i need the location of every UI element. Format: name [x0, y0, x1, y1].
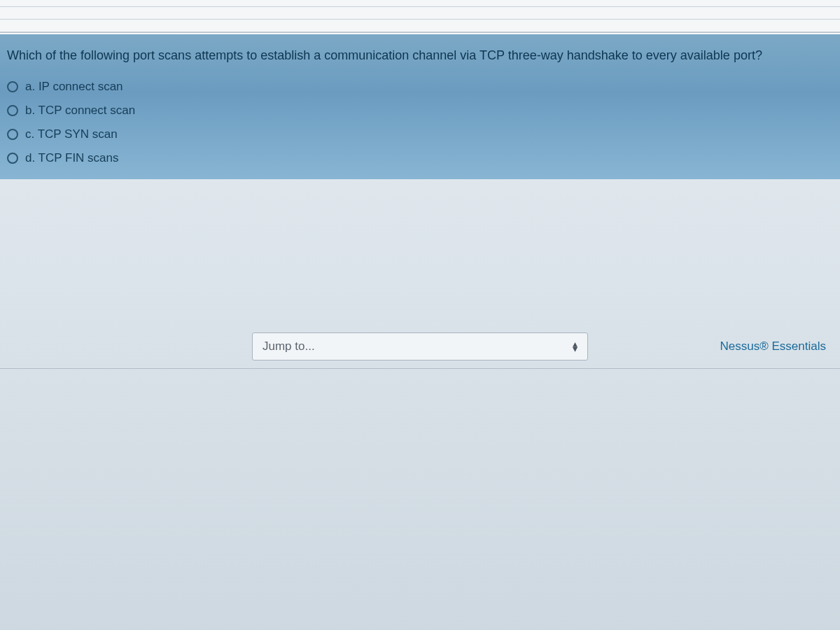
option-b[interactable]: b. TCP connect scan: [7, 104, 833, 118]
option-d[interactable]: d. TCP FIN scans: [7, 151, 833, 165]
radio-icon: [7, 129, 18, 140]
question-panel: Which of the following port scans attemp…: [0, 33, 840, 179]
option-a-label: a. IP connect scan: [25, 80, 123, 94]
radio-icon: [7, 153, 18, 164]
option-b-label: b. TCP connect scan: [25, 104, 135, 118]
divider-line: [0, 368, 840, 369]
question-text: Which of the following port scans attemp…: [7, 47, 833, 64]
nav-row: Jump to... ▴▾ Nessus® Essentials: [0, 330, 840, 363]
options-group: a. IP connect scan b. TCP connect scan c…: [7, 80, 833, 165]
bottom-area: Jump to... ▴▾ Nessus® Essentials: [0, 179, 840, 630]
option-a[interactable]: a. IP connect scan: [7, 80, 833, 94]
nessus-essentials-link[interactable]: Nessus® Essentials: [720, 340, 826, 354]
jump-to-text: Jump to...: [262, 340, 315, 354]
top-bars: [0, 0, 840, 33]
option-c-label: c. TCP SYN scan: [25, 127, 118, 141]
radio-icon: [7, 105, 18, 116]
radio-icon: [7, 81, 18, 92]
jump-to-select[interactable]: Jump to... ▴▾: [252, 332, 588, 360]
option-c[interactable]: c. TCP SYN scan: [7, 127, 833, 141]
top-bar-3: [0, 20, 840, 32]
top-bar-2: [0, 7, 840, 20]
top-bar-1: [0, 0, 840, 7]
select-arrows-icon: ▴▾: [573, 342, 578, 351]
option-d-label: d. TCP FIN scans: [25, 151, 119, 165]
